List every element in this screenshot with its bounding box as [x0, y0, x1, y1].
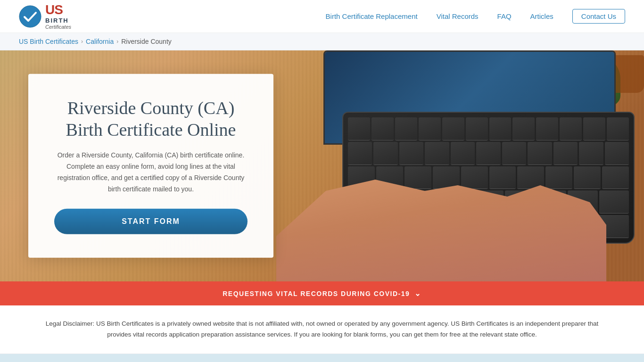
- key-row-3i: [574, 166, 601, 189]
- breadcrumb-home[interactable]: US Birth Certificates: [19, 38, 78, 45]
- key-row-3h: [545, 166, 572, 189]
- nav-articles[interactable]: Articles: [530, 12, 553, 20]
- nav-vital-records[interactable]: Vital Records: [437, 12, 479, 20]
- breadcrumb: US Birth Certificates › California › Riv…: [0, 33, 644, 50]
- site-header: US BIRTH Certificates Birth Certificate …: [0, 0, 644, 33]
- hero-description: Order a Riverside County, California (CA…: [54, 150, 248, 195]
- key-row-1: [348, 117, 370, 140]
- key-row-2d: [425, 142, 449, 165]
- logo-text: US BIRTH Certificates: [45, 3, 71, 30]
- start-form-button[interactable]: START FORM: [54, 209, 248, 234]
- key-row-1e: [442, 117, 464, 140]
- key-row-1b: [372, 117, 394, 140]
- key-row-2j: [579, 142, 603, 165]
- covid-banner-text: REQUESTING VITAL RECORDS DURING COVID-19: [223, 290, 410, 297]
- nav-birth-replacement[interactable]: Birth Certificate Replacement: [326, 12, 418, 20]
- disclaimer-section: Legal Disclaimer: US Birth Certificates …: [0, 305, 644, 354]
- disclaimer-text: Legal Disclaimer: US Birth Certificates …: [38, 319, 606, 340]
- nav-faq[interactable]: FAQ: [497, 12, 512, 20]
- nav-contact[interactable]: Contact Us: [572, 9, 625, 24]
- key-row-3f: [489, 166, 516, 189]
- key-row-1d: [419, 117, 441, 140]
- key-row-2f: [476, 142, 500, 165]
- breadcrumb-sep-2: ›: [116, 38, 118, 45]
- footer-area: [0, 354, 644, 362]
- logo-birth-text: BIRTH: [45, 17, 71, 24]
- covid-banner[interactable]: REQUESTING VITAL RECORDS DURING COVID-19…: [0, 281, 644, 305]
- breadcrumb-sep-1: ›: [81, 38, 83, 45]
- key-row-2k: [605, 142, 629, 165]
- key-row-2: [348, 142, 372, 165]
- key-row-2c: [399, 142, 423, 165]
- key-row-2g: [502, 142, 526, 165]
- key-row-1c: [395, 117, 417, 140]
- key-row-2h: [528, 142, 552, 165]
- key-row-2e: [451, 142, 475, 165]
- breadcrumb-state[interactable]: California: [86, 38, 114, 45]
- key-row-1k: [583, 117, 605, 140]
- key-row-2b: [373, 142, 397, 165]
- logo-icon: [19, 5, 41, 28]
- key-row-1j: [560, 117, 582, 140]
- hero-section: Riverside County (CA) Birth Certificate …: [0, 50, 644, 281]
- key-row-1l: [607, 117, 629, 140]
- hero-card: Riverside County (CA) Birth Certificate …: [28, 74, 273, 258]
- main-nav: Birth Certificate Replacement Vital Reco…: [326, 9, 625, 24]
- hero-title: Riverside County (CA) Birth Certificate …: [54, 98, 248, 140]
- svg-point-0: [19, 6, 41, 27]
- logo-certs-text: Certificates: [45, 24, 71, 30]
- logo-us-text: US: [45, 3, 71, 17]
- breadcrumb-current: Riverside County: [121, 38, 172, 45]
- key-row-1h: [512, 117, 535, 140]
- key-row-1g: [489, 117, 512, 140]
- key-row-3c: [405, 166, 431, 189]
- key-row-1f: [466, 117, 488, 140]
- key-row-2i: [553, 142, 578, 165]
- covid-chevron-icon: ⌄: [414, 289, 421, 298]
- key-row-3e: [461, 166, 488, 189]
- logo[interactable]: US BIRTH Certificates: [19, 3, 71, 30]
- key-row-4i: [599, 190, 629, 214]
- key-row-3j: [602, 166, 629, 189]
- key-row-1i: [536, 117, 558, 140]
